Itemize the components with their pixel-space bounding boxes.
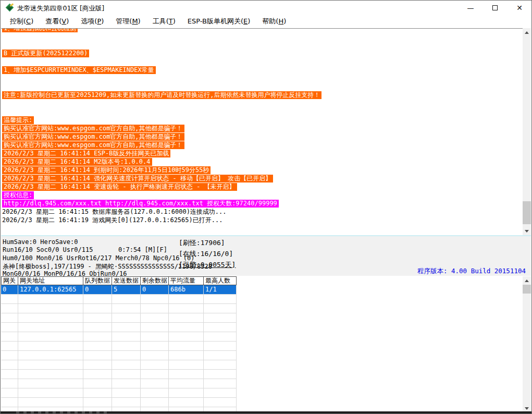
table-cell xyxy=(83,304,112,313)
table-cell xyxy=(83,295,112,304)
log-scrollbar-thumb[interactable] xyxy=(523,201,531,224)
table-cell xyxy=(204,370,237,379)
table-cell xyxy=(1,351,18,360)
menu-item-6[interactable]: 帮助(H) xyxy=(257,15,291,28)
table-cell xyxy=(112,332,141,342)
log-line xyxy=(2,32,523,41)
column-header-6[interactable]: 最高人数 xyxy=(204,276,237,285)
badge-monster-refresh: [刷怪:17906] xyxy=(179,238,225,248)
column-header-3[interactable]: 发送数据 xyxy=(112,276,141,285)
table-row-empty[interactable] xyxy=(1,388,523,398)
scroll-up-icon[interactable] xyxy=(523,276,531,285)
table-cell: 0 xyxy=(141,285,169,295)
table-cell xyxy=(1,407,18,411)
table-cell xyxy=(204,407,237,411)
table-row-empty[interactable] xyxy=(1,304,523,313)
table-cell xyxy=(204,304,237,313)
scroll-up-icon[interactable] xyxy=(523,28,531,36)
log-line: 2026/2/3 星期二 16:41:15 数据库服务器(127.0.0.1:6… xyxy=(2,208,523,216)
log-line: 2026/2/3 星期二 16:41:14 变速齿轮 - 执行严格测速开启状态 … xyxy=(2,182,523,191)
table-cell xyxy=(204,323,237,332)
column-header-0[interactable]: 网关 xyxy=(1,276,18,285)
table-cell xyxy=(204,398,237,407)
minimize-button[interactable]: — xyxy=(459,1,482,15)
table-cell xyxy=(83,407,112,411)
table-cell xyxy=(169,342,204,351)
status-line-1: Run16/10 Soc0/0 Usr0/115 xyxy=(3,246,93,253)
table-cell xyxy=(169,313,204,323)
table-cell xyxy=(141,407,169,411)
table-row-empty[interactable] xyxy=(1,370,523,379)
table-cell xyxy=(18,304,83,313)
table-row-empty[interactable] xyxy=(1,313,523,323)
table-cell xyxy=(141,323,169,332)
table-row-empty[interactable] xyxy=(1,342,523,351)
table-row-empty[interactable] xyxy=(1,398,523,407)
table-cell xyxy=(1,388,18,398)
log-line xyxy=(2,107,523,116)
taskbar-sliver-dashes xyxy=(16,411,110,413)
table-cell xyxy=(1,323,18,332)
table-cell xyxy=(141,313,169,323)
column-header-1[interactable]: 网关地址 xyxy=(18,276,83,285)
menu-item-5[interactable]: ESP-B版单机网关(E) xyxy=(183,15,255,28)
badge-online: [在线:16/16/0] xyxy=(179,249,233,259)
table-cell: 5 xyxy=(112,285,141,295)
log-line: http://dlq.945.com/xxx.txt http://dlq.94… xyxy=(2,199,523,208)
table-row-empty[interactable] xyxy=(1,351,523,360)
app-icon xyxy=(6,4,14,12)
table-cell xyxy=(169,360,204,370)
table-cell xyxy=(204,388,237,398)
maximize-button[interactable] xyxy=(483,1,507,15)
log-line: 2026/2/3 星期二 16:41:14 到期时间:2026年11月5日10时… xyxy=(2,166,523,174)
column-header-4[interactable]: 剩余数据 xyxy=(141,276,169,285)
table-cell xyxy=(169,379,204,388)
table-row-empty[interactable] xyxy=(1,360,523,370)
log-line: 2026/2/3 星期二 16:41:14 ESP-B版反外挂网关已加载 xyxy=(2,149,523,157)
menu-item-2[interactable]: 选项(P) xyxy=(76,15,108,28)
table-row-empty[interactable] xyxy=(1,379,523,388)
table-cell xyxy=(204,313,237,323)
table-cell xyxy=(112,323,141,332)
menu-item-0[interactable]: 控制(C) xyxy=(5,15,38,28)
table-cell xyxy=(18,388,83,398)
column-header-2[interactable]: 队列数据 xyxy=(83,276,112,285)
table-row-empty[interactable] xyxy=(1,332,523,342)
menu-item-3[interactable]: 管理(M) xyxy=(111,15,145,28)
table-cell xyxy=(1,360,18,370)
table-cell xyxy=(169,351,204,360)
log-line: 温馨提示: xyxy=(2,116,523,124)
close-button[interactable]: ✕ xyxy=(508,1,531,15)
log-line: 1、增强虚拟机和云机检测 xyxy=(2,28,523,32)
table-row-empty[interactable] xyxy=(1,323,523,332)
table-cell xyxy=(112,379,141,388)
log-line xyxy=(2,57,523,66)
table-cell xyxy=(83,360,112,370)
table-cell xyxy=(18,351,83,360)
table-scrollbar-thumb[interactable] xyxy=(523,285,531,294)
menu-item-4[interactable]: 工具(T) xyxy=(148,15,180,28)
table-body: 0127.0.0.1:62565050686b1/1 xyxy=(1,285,523,411)
table-cell xyxy=(169,388,204,398)
table-row-empty[interactable] xyxy=(1,407,523,411)
table-cell xyxy=(204,295,237,304)
column-header-5[interactable]: 平均流量 xyxy=(169,276,204,285)
table-scrollbar[interactable] xyxy=(523,276,531,412)
log-scrollbar[interactable] xyxy=(523,28,531,235)
table-cell xyxy=(18,407,83,411)
status-line-0: HumSave:0 HeroSave:0 xyxy=(3,238,78,246)
log-line: 2026/2/3 星期二 16:41:19 游戏网关[0](127.0.0.1:… xyxy=(2,216,523,224)
table-cell xyxy=(141,379,169,388)
table-cell xyxy=(112,342,141,351)
table-cell xyxy=(1,370,18,379)
menu-item-1[interactable]: 查看(V) xyxy=(41,15,73,28)
table-row-empty[interactable] xyxy=(1,295,523,304)
gateway-row-selected[interactable]: 0127.0.0.1:62565050686b1/1 xyxy=(1,285,523,295)
table-cell xyxy=(112,388,141,398)
table-cell xyxy=(141,304,169,313)
scroll-down-icon[interactable] xyxy=(523,227,531,235)
status-line-2: Hum0/100 Mon0/16 UsrRot16/217 Merch0/78 … xyxy=(3,254,194,262)
table-cell xyxy=(18,323,83,332)
table-cell xyxy=(1,304,18,313)
log-line xyxy=(2,74,523,82)
